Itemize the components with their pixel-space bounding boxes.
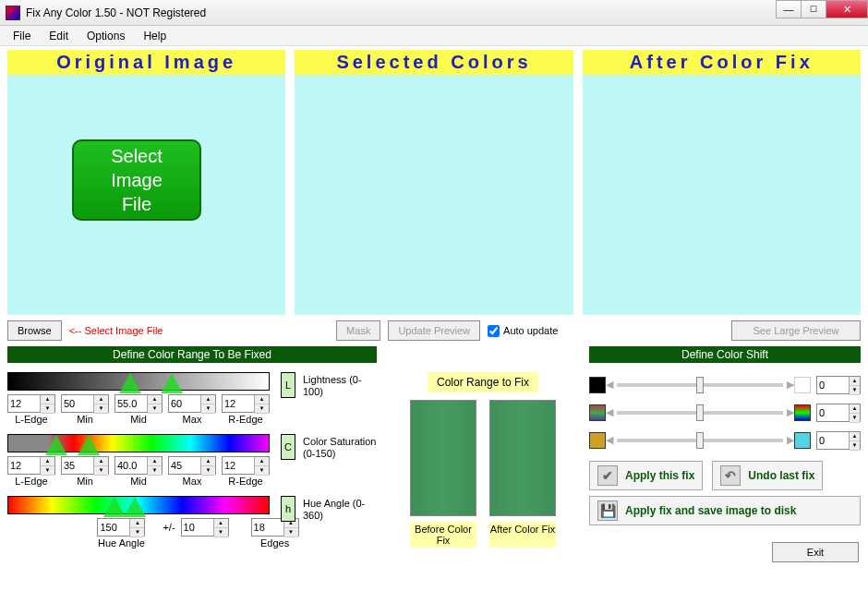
shift-lightness-spinner[interactable]: ▲▼ bbox=[816, 376, 861, 394]
shift-hue-row: ◀▶ ▲▼ bbox=[589, 431, 861, 450]
select-file-hint: <-- Select Image File bbox=[69, 325, 163, 336]
close-button[interactable]: ✕ bbox=[826, 0, 868, 18]
update-preview-button[interactable]: Update Preview bbox=[388, 320, 480, 341]
before-swatch bbox=[410, 400, 476, 516]
auto-update-input[interactable] bbox=[488, 325, 500, 337]
hue-gradient[interactable] bbox=[7, 496, 270, 514]
mask-button[interactable]: Mask bbox=[336, 320, 380, 341]
panel-header-selected: Selected Colors bbox=[295, 50, 573, 75]
lightness-redge-spinner[interactable]: ▲▼ bbox=[222, 394, 270, 413]
lightness-min-spinner[interactable]: ▲▼ bbox=[61, 394, 109, 413]
minimize-button[interactable]: — bbox=[776, 0, 802, 18]
shift-lightness-slider[interactable]: ◀▶ bbox=[617, 383, 783, 387]
menu-options[interactable]: Options bbox=[78, 28, 134, 44]
saturation-chip: C bbox=[281, 434, 295, 460]
after-swatch bbox=[489, 400, 556, 516]
saturation-gradient[interactable] bbox=[7, 434, 270, 452]
panel-after: After Color Fix bbox=[583, 50, 861, 315]
menu-file[interactable]: File bbox=[4, 28, 40, 44]
menu-edit[interactable]: Edit bbox=[40, 28, 78, 44]
shift-hue-spinner[interactable]: ▲▼ bbox=[816, 431, 861, 450]
white-swatch-icon bbox=[794, 377, 811, 393]
titlebar: Fix Any Color 1.50 - NOT Registered — ☐ … bbox=[0, 0, 868, 26]
shift-saturation-slider[interactable]: ◀▶ bbox=[617, 411, 783, 415]
apply-and-save-button[interactable]: 💾 Apply fix and save image to disk bbox=[589, 496, 861, 525]
menu-help[interactable]: Help bbox=[134, 28, 175, 44]
panel-original: Original Image Select Image File bbox=[7, 50, 285, 315]
hue-angle-spinner[interactable]: ▲▼ bbox=[97, 518, 145, 537]
saturation-min-spinner[interactable]: ▲▼ bbox=[61, 456, 109, 475]
check-icon: ✔ bbox=[597, 465, 618, 486]
after-swatch-label: After Color Fix bbox=[489, 522, 556, 548]
browse-button[interactable]: Browse bbox=[7, 320, 62, 341]
lightness-block: L Lightness (0-100) ▲▼L-Edge ▲▼Min ▲▼Mid… bbox=[7, 372, 377, 425]
app-icon bbox=[6, 6, 20, 20]
saturation-block: C Color Saturation (0-150) ▲▼L-Edge ▲▼Mi… bbox=[7, 434, 377, 487]
select-image-file-button[interactable]: Select Image File bbox=[72, 139, 201, 221]
shift-section-title: Define Color Shift bbox=[589, 346, 861, 363]
undo-icon: ↶ bbox=[720, 465, 741, 486]
shift-saturation-spinner[interactable]: ▲▼ bbox=[816, 404, 861, 422]
hue-block: h Hue Angle (0-360) ▲▼Hue Angle +/- ▲▼ ▲… bbox=[7, 496, 377, 549]
apply-fix-button[interactable]: ✔ Apply this fix bbox=[589, 461, 703, 490]
vivid-swatch-icon bbox=[794, 404, 811, 421]
yellow-swatch-icon bbox=[589, 432, 606, 449]
shift-hue-slider[interactable]: ◀▶ bbox=[617, 439, 783, 442]
saturation-label: Color Saturation (0-150) bbox=[303, 436, 377, 460]
shift-saturation-row: ◀▶ ▲▼ bbox=[589, 404, 861, 422]
lightness-chip: L bbox=[281, 372, 295, 398]
shift-lightness-row: ◀▶ ▲▼ bbox=[589, 376, 861, 394]
auto-update-label: Auto update bbox=[503, 325, 558, 336]
lightness-mid-spinner[interactable]: ▲▼ bbox=[115, 394, 163, 413]
maximize-button[interactable]: ☐ bbox=[801, 0, 826, 18]
saturation-redge-spinner[interactable]: ▲▼ bbox=[222, 456, 270, 475]
cyan-swatch-icon bbox=[794, 432, 811, 449]
lightness-ledge-spinner[interactable]: ▲▼ bbox=[7, 394, 55, 413]
saturation-ledge-spinner[interactable]: ▲▼ bbox=[7, 456, 55, 475]
auto-update-checkbox[interactable]: Auto update bbox=[488, 325, 558, 337]
save-icon: 💾 bbox=[597, 500, 618, 521]
muted-swatch-icon bbox=[589, 404, 606, 421]
see-large-preview-button[interactable]: See Large Preview bbox=[731, 320, 861, 341]
panel-header-original: Original Image bbox=[7, 50, 285, 75]
lightness-max-spinner[interactable]: ▲▼ bbox=[168, 394, 216, 413]
panel-selected: Selected Colors bbox=[295, 50, 573, 315]
lightness-gradient[interactable] bbox=[7, 372, 270, 391]
exit-button[interactable]: Exit bbox=[772, 542, 859, 562]
saturation-max-spinner[interactable]: ▲▼ bbox=[168, 456, 216, 475]
hue-label: Hue Angle (0-360) bbox=[303, 498, 377, 522]
panel-header-after: After Color Fix bbox=[583, 50, 861, 75]
menubar: File Edit Options Help bbox=[0, 26, 868, 46]
black-swatch-icon bbox=[589, 377, 606, 393]
hue-pm-spinner[interactable]: ▲▼ bbox=[181, 518, 229, 537]
range-section-title: Define Color Range To Be Fixed bbox=[7, 346, 377, 363]
color-range-title: Color Range to Fix bbox=[428, 372, 538, 392]
before-swatch-label: Before Color Fix bbox=[410, 522, 476, 548]
lightness-label: Lightness (0-100) bbox=[303, 374, 377, 398]
hue-chip: h bbox=[281, 496, 295, 522]
saturation-mid-spinner[interactable]: ▲▼ bbox=[115, 456, 163, 475]
window-title: Fix Any Color 1.50 - NOT Registered bbox=[26, 6, 206, 19]
undo-fix-button[interactable]: ↶ Undo last fix bbox=[712, 461, 823, 490]
